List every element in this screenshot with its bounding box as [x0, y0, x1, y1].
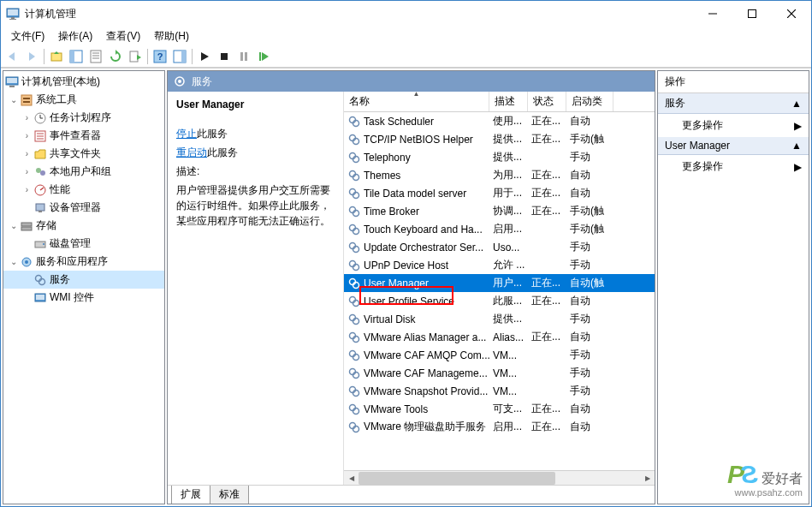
service-row[interactable]: VMware CAF Manageme...VM...手动	[344, 364, 655, 382]
item-icon	[33, 147, 47, 161]
svg-rect-3	[9, 19, 16, 20]
service-row[interactable]: Task Scheduler使用...正在...自动	[344, 112, 655, 130]
tab-standard[interactable]: 标准	[210, 486, 249, 504]
col-status[interactable]: 状态	[528, 92, 566, 111]
service-row[interactable]: User Profile Service此服...正在...自动	[344, 292, 655, 310]
svg-point-77	[353, 246, 359, 252]
service-row[interactable]: Themes为用...正在...自动	[344, 166, 655, 184]
close-button[interactable]	[772, 1, 811, 27]
up-button[interactable]	[47, 47, 66, 66]
service-row[interactable]: VMware Tools可支...正在...自动	[344, 400, 655, 418]
service-gear-icon	[347, 115, 361, 128]
service-row[interactable]: Update Orchestrator Ser...Uso...手动	[344, 238, 655, 256]
col-startup-type[interactable]: 启动类	[566, 92, 613, 111]
service-row[interactable]: VMware Alias Manager a...Alias...正在...自动	[344, 328, 655, 346]
actions-more-1[interactable]: 更多操作 ▶	[658, 114, 809, 137]
horizontal-scrollbar[interactable]: ◀ ▶	[344, 470, 655, 485]
actions-section-selected[interactable]: User Manager ▲	[658, 137, 809, 155]
stop-service-link[interactable]: 停止	[176, 128, 197, 140]
expand-toggle[interactable]: ›	[21, 131, 33, 140]
tree-item[interactable]: ›事件查看器	[3, 127, 164, 145]
service-row[interactable]: Virtual Disk提供...手动	[344, 310, 655, 328]
svg-point-88	[350, 350, 356, 356]
tree-group[interactable]: ⌄存储	[3, 217, 164, 235]
tree-panel[interactable]: 计算机管理(本地) ⌄系统工具›任务计划程序›事件查看器›共享文件夹›本地用户和…	[3, 70, 165, 504]
svg-point-84	[350, 314, 356, 320]
service-list-header: 名称▲ 描述 状态 启动类	[344, 92, 655, 112]
item-icon	[33, 201, 47, 215]
svg-marker-9	[29, 52, 35, 61]
tree-item[interactable]: 设备管理器	[3, 199, 164, 217]
actions-more-2[interactable]: 更多操作 ▶	[658, 155, 809, 178]
expand-toggle[interactable]: ›	[21, 167, 33, 176]
actions-title: 操作	[658, 71, 809, 93]
restart-service-button[interactable]	[254, 47, 273, 66]
menu-action[interactable]: 操作(A)	[51, 27, 99, 45]
expand-toggle[interactable]: ⌄	[7, 257, 20, 266]
tree-root[interactable]: 计算机管理(本地)	[3, 73, 164, 91]
submenu-arrow-icon: ▶	[794, 161, 802, 173]
titlebar: 计算机管理	[1, 1, 811, 27]
view-tabs: 扩展 标准	[168, 485, 655, 504]
expand-toggle[interactable]: ›	[21, 185, 33, 194]
service-row[interactable]: VMware 物理磁盘助手服务启用...正在...自动	[344, 418, 655, 436]
help-button[interactable]: ?	[151, 47, 169, 66]
tree-item[interactable]: ›性能	[3, 181, 164, 199]
expand-toggle[interactable]: ›	[21, 149, 33, 158]
menu-help[interactable]: 帮助(H)	[147, 27, 196, 45]
col-description[interactable]: 描述	[489, 92, 528, 111]
tree-item[interactable]: 磁盘管理	[3, 235, 164, 253]
stop-service-button[interactable]	[215, 47, 234, 66]
tree-item[interactable]: ›本地用户和组	[3, 163, 164, 181]
menu-view[interactable]: 查看(V)	[99, 27, 147, 45]
show-hide-action-button[interactable]	[170, 47, 189, 66]
service-gear-icon	[347, 169, 361, 182]
collapse-icon: ▲	[791, 98, 802, 110]
export-button[interactable]	[126, 47, 145, 66]
svg-rect-26	[221, 53, 228, 60]
svg-point-80	[350, 278, 356, 284]
expand-toggle[interactable]: ›	[21, 113, 33, 122]
window-title: 计算机管理	[25, 7, 693, 21]
scroll-right-button[interactable]: ▶	[640, 471, 655, 485]
actions-panel: 操作 服务 ▲ 更多操作 ▶ User Manager ▲ 更多操作 ▶	[657, 70, 809, 504]
watermark: PS爱好者 www.psahz.com	[727, 460, 803, 498]
tree-item[interactable]: ›任务计划程序	[3, 109, 164, 127]
expand-toggle[interactable]: ⌄	[7, 95, 20, 104]
start-service-button[interactable]	[195, 47, 214, 66]
service-row[interactable]: Tile Data model server用于...正在...自动	[344, 184, 655, 202]
svg-rect-19	[130, 51, 138, 62]
service-row[interactable]: Time Broker协调...正在...手动(触	[344, 202, 655, 220]
menu-file[interactable]: 文件(F)	[4, 27, 51, 45]
show-hide-tree-button[interactable]	[67, 47, 86, 66]
scroll-left-button[interactable]: ◀	[344, 471, 359, 485]
folder-icon	[20, 219, 33, 233]
svg-point-89	[353, 354, 359, 360]
service-row[interactable]: VMware CAF AMQP Com...VM...手动	[344, 346, 655, 364]
tab-extended[interactable]: 扩展	[171, 486, 210, 504]
service-row[interactable]: TCP/IP NetBIOS Helper提供...正在...手动(触	[344, 130, 655, 148]
svg-marker-20	[137, 55, 141, 60]
service-row[interactable]: VMware Snapshot Provid...VM...手动	[344, 382, 655, 400]
actions-section-services[interactable]: 服务 ▲	[658, 93, 809, 114]
services-header: 服务	[168, 71, 655, 92]
tree-item[interactable]: WMI 控件	[3, 289, 164, 307]
service-row[interactable]: Touch Keyboard and Ha...启用...手动(触	[344, 220, 655, 238]
tree-item[interactable]: ›共享文件夹	[3, 145, 164, 163]
maximize-button[interactable]	[732, 1, 772, 27]
refresh-button[interactable]	[106, 47, 125, 66]
computer-icon	[5, 75, 19, 89]
service-rows[interactable]: Task Scheduler使用...正在...自动TCP/IP NetBIOS…	[344, 112, 655, 470]
service-row[interactable]: UPnP Device Host允许 ...手动	[344, 256, 655, 274]
properties-button[interactable]	[86, 47, 105, 66]
service-row[interactable]: User Manager用户...正在...自动(触	[344, 274, 655, 292]
service-row[interactable]: Telephony提供...手动	[344, 148, 655, 166]
expand-toggle[interactable]: ⌄	[7, 221, 20, 230]
tree-item[interactable]: 服务	[3, 271, 164, 289]
col-name[interactable]: 名称▲	[344, 92, 489, 111]
tree-group[interactable]: ⌄系统工具	[3, 91, 164, 109]
restart-service-link[interactable]: 重启动	[176, 146, 207, 158]
minimize-button[interactable]	[693, 1, 732, 27]
tree-group[interactable]: ⌄服务和应用程序	[3, 253, 164, 271]
svg-point-78	[350, 260, 356, 266]
